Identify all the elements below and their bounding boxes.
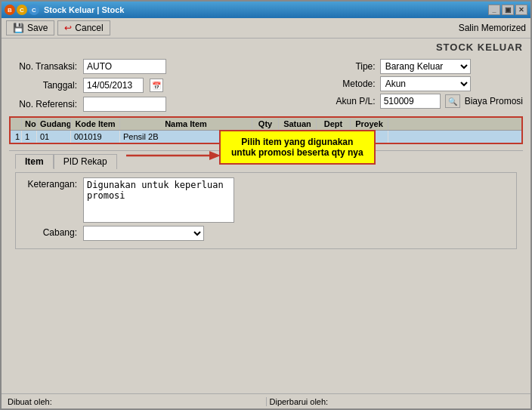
section-title: STOCK KELUAR	[2, 39, 530, 54]
akun-pl-row: Akun P/L: 🔍 Biaya Promosi	[334, 94, 523, 109]
metode-select[interactable]: Akun	[380, 76, 471, 91]
logo: B C C	[5, 5, 39, 15]
col-proyek-header: Proyek	[351, 118, 388, 130]
tanggal-input[interactable]	[83, 78, 144, 93]
right-forms: Tipe: Barang Keluar Metode: Akun Akun P/…	[334, 59, 523, 113]
dibuat-status: Dibuat oleh:	[5, 397, 267, 406]
logo-b: B	[5, 5, 15, 15]
col-kodeitem-header: Kode Item	[71, 118, 120, 130]
tanggal-label: Tanggal:	[9, 80, 77, 91]
cell-no: 1	[22, 131, 37, 143]
tipe-row: Tipe: Barang Keluar	[334, 59, 523, 74]
restore-button[interactable]: ▣	[502, 5, 514, 15]
akun-pl-label: Akun P/L:	[334, 96, 376, 106]
window-title: Stock Keluar | Stock	[44, 5, 488, 14]
grid-container: No Gudang Kode Item Nama Item Qty Satuan…	[9, 116, 523, 144]
metode-label: Metode:	[334, 79, 376, 89]
tipe-label: Tipe:	[334, 61, 376, 72]
tab-pid-rekap[interactable]: PID Rekap	[54, 154, 117, 169]
no-referensi-row: No. Referensi:	[9, 97, 166, 112]
grid-header: No Gudang Kode Item Nama Item Qty Satuan…	[11, 118, 521, 131]
save-label: Save	[27, 23, 48, 33]
col-no-header: No	[22, 118, 37, 130]
col-gudang-header: Gudang	[37, 118, 71, 130]
cell-proyek	[351, 131, 388, 143]
akun-search-button[interactable]: 🔍	[445, 94, 460, 108]
diperbarui-status: Diperbarui oleh:	[267, 397, 528, 406]
cell-namaitem: Pensil 2B	[120, 131, 252, 143]
tabs: Item PID Rekap	[15, 154, 517, 169]
title-bar: B C C Stock Keluar | Stock _ ▣ ✕	[2, 2, 530, 18]
tab-item[interactable]: Item	[15, 154, 54, 169]
dibuat-label: Dibuat oleh:	[8, 397, 52, 406]
no-transaksi-row: No. Transaksi:	[9, 59, 166, 74]
tipe-select[interactable]: Barang Keluar	[380, 59, 471, 74]
akun-pl-input[interactable]	[380, 94, 441, 109]
cabang-label: Cabang:	[20, 226, 77, 238]
cell-satuan: PCS	[279, 131, 317, 143]
logo-e: C	[17, 5, 27, 15]
cell-kodeitem: 001019	[71, 131, 120, 143]
col-namaitem-header: Nama Item	[120, 118, 252, 130]
biaya-promosi-label: Biaya Promosi	[465, 96, 523, 106]
cell-dept	[317, 131, 351, 143]
cancel-button[interactable]: ↩ Cancel	[57, 20, 110, 35]
save-button[interactable]: 💾 Save	[6, 20, 54, 35]
close-button[interactable]: ✕	[515, 5, 527, 15]
cabang-row: Cabang:	[20, 226, 512, 241]
calendar-button[interactable]: 📅	[150, 79, 163, 92]
title-controls: _ ▣ ✕	[488, 5, 527, 15]
col-num-header	[11, 118, 22, 130]
salin-memorized: Salin Memorized	[459, 23, 526, 33]
tab-pid-rekap-label: PID Rekap	[63, 156, 107, 167]
cancel-icon: ↩	[64, 23, 72, 33]
save-icon: 💾	[13, 23, 24, 33]
left-forms: No. Transaksi: Tanggal: 📅 No. Referensi:	[9, 59, 166, 113]
main-content: No. Transaksi: Tanggal: 📅 No. Referensi:…	[2, 54, 530, 393]
col-dept-header: Dept	[317, 118, 351, 130]
cancel-label: Cancel	[75, 23, 103, 33]
grid-area: No Gudang Kode Item Nama Item Qty Satuan…	[9, 116, 523, 147]
bottom-section: Item PID Rekap Keterangan: Digunakan unt…	[9, 150, 523, 252]
cabang-select[interactable]	[83, 226, 204, 241]
tab-item-label: Item	[25, 156, 44, 167]
minimize-button[interactable]: _	[488, 5, 500, 15]
keterangan-label: Keterangan:	[20, 177, 77, 190]
top-forms: No. Transaksi: Tanggal: 📅 No. Referensi:…	[9, 59, 523, 113]
tanggal-row: Tanggal: 📅	[9, 78, 166, 93]
row-number: 1	[11, 131, 22, 143]
no-referensi-label: No. Referensi:	[9, 99, 77, 109]
no-transaksi-input[interactable]	[83, 59, 166, 74]
logo-c: C	[29, 5, 39, 15]
no-referensi-input[interactable]	[83, 97, 166, 112]
col-satuan-header: Satuan	[279, 118, 317, 130]
cell-gudang: 01	[37, 131, 71, 143]
toolbar: 💾 Save ↩ Cancel Salin Memorized	[2, 18, 530, 39]
cell-qty: 10	[252, 131, 279, 143]
col-qty-header: Qty	[252, 118, 279, 130]
tab-content: Keterangan: Digunakan untuk keperluan pr…	[15, 172, 517, 249]
diperbarui-label: Diperbarui oleh:	[270, 397, 329, 406]
metode-row: Metode: Akun	[334, 76, 523, 91]
table-row[interactable]: 1 1 01 001019 Pensil 2B 10 PCS	[11, 131, 521, 143]
no-transaksi-label: No. Transaksi:	[9, 61, 77, 72]
main-window: B C C Stock Keluar | Stock _ ▣ ✕ 💾 Save …	[0, 0, 532, 410]
keterangan-row: Keterangan: Digunakan untuk keperluan pr…	[20, 177, 512, 223]
keterangan-input[interactable]: Digunakan untuk keperluan promosi	[83, 177, 234, 223]
status-bar: Dibuat oleh: Diperbarui oleh:	[2, 393, 530, 408]
